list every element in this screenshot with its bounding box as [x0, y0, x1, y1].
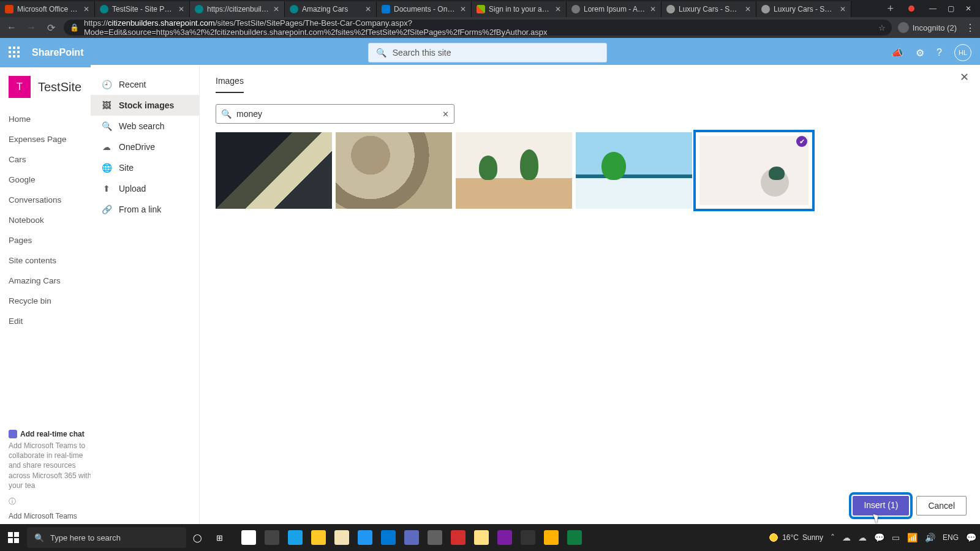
cortana-circle-icon[interactable]: ◯	[186, 533, 208, 542]
close-tab-icon[interactable]: ✕	[840, 5, 846, 13]
suite-bar: SharePoint 🔍 Search this site 📣 ⚙ ? HL	[0, 38, 980, 67]
info-icon[interactable]: ⓘ	[9, 497, 94, 507]
language-indicator[interactable]: ENG	[943, 533, 959, 542]
source-stock-images[interactable]: 🖼Stock images	[91, 95, 199, 116]
minimize-button[interactable]: —	[929, 4, 937, 13]
browser-tab[interactable]: Amazing Cars✕	[285, 1, 377, 17]
incognito-badge[interactable]: Incognito (2)	[898, 22, 957, 33]
url-input[interactable]: 🔒 https://citizenbuilders.sharepoint.com…	[64, 20, 892, 36]
cancel-button[interactable]: Cancel	[916, 496, 967, 515]
close-icon[interactable]: ✕	[960, 70, 969, 84]
settings-icon[interactable]: ⚙	[916, 47, 924, 59]
taskbar-app-task-view[interactable]	[238, 527, 260, 549]
clear-search-icon[interactable]: ✕	[442, 110, 449, 119]
insert-button[interactable]: Insert (1)	[853, 496, 909, 515]
browser-tab[interactable]: TestSite - Site Pages -✕	[95, 1, 190, 17]
stock-image-result-selected[interactable]	[696, 132, 812, 209]
taskbar-app-edge[interactable]	[284, 527, 306, 549]
taskbar-app-app-red[interactable]	[447, 527, 469, 549]
site-nav-link[interactable]: Pages	[9, 230, 89, 250]
site-nav-link[interactable]: Edit	[9, 311, 89, 331]
account-avatar[interactable]: HL	[954, 44, 971, 61]
site-nav-link[interactable]: Site contents	[9, 250, 89, 271]
site-nav-link[interactable]: Expenses Page	[9, 129, 89, 149]
picker-tab-images[interactable]: Images	[216, 76, 244, 93]
taskbar-app-store[interactable]	[331, 527, 353, 549]
site-nav-link[interactable]: Home	[9, 109, 89, 129]
site-nav-link[interactable]: Notebook	[9, 210, 89, 230]
browser-tab[interactable]: Luxury Cars - Sedans,✕	[662, 1, 756, 17]
close-tab-icon[interactable]: ✕	[365, 5, 371, 13]
taskbar-app-excel[interactable]	[564, 527, 586, 549]
battery-icon[interactable]: ▭	[892, 533, 900, 542]
site-nav-link[interactable]: Cars	[9, 149, 89, 170]
site-logo[interactable]: T	[9, 76, 31, 98]
app-icon	[544, 530, 559, 545]
stock-image-result[interactable]	[576, 132, 692, 209]
browser-tab[interactable]: Luxury Cars - Sedans,✕	[756, 1, 851, 17]
close-tab-icon[interactable]: ✕	[83, 5, 89, 13]
bookmark-icon[interactable]: ☆	[878, 23, 886, 32]
source-site[interactable]: 🌐Site	[91, 157, 199, 178]
site-nav-link[interactable]: Amazing Cars	[9, 271, 89, 291]
browser-tab[interactable]: Microsoft Office Home✕	[0, 1, 95, 17]
browser-tab[interactable]: Sign in to your accoun✕	[472, 1, 567, 17]
task-view-icon[interactable]: ⊞	[208, 533, 230, 542]
source-onedrive[interactable]: ☁OneDrive	[91, 137, 199, 157]
close-tab-icon[interactable]: ✕	[460, 5, 466, 13]
add-teams-link[interactable]: Add Microsoft Teams	[9, 512, 94, 520]
source-recent[interactable]: 🕘Recent	[91, 74, 199, 95]
browser-tab[interactable]: Lorem Ipsum - All the✕	[567, 1, 662, 17]
new-tab-button[interactable]: +	[881, 2, 900, 15]
start-button[interactable]	[0, 524, 27, 551]
close-window-button[interactable]: ✕	[965, 4, 971, 13]
close-tab-icon[interactable]: ✕	[650, 5, 656, 13]
taskbar-app-app-grey[interactable]	[424, 527, 446, 549]
onedrive-tray-icon[interactable]: ☁	[842, 533, 851, 542]
forward-button[interactable]: →	[24, 22, 38, 33]
site-nav-link[interactable]: Conversations	[9, 190, 89, 210]
source-from-a-link[interactable]: 🔗From a link	[91, 199, 199, 220]
stock-image-result[interactable]	[216, 132, 332, 209]
stock-image-result[interactable]	[456, 132, 572, 209]
taskbar-app-app-blue[interactable]	[401, 527, 423, 549]
browser-tab[interactable]: Documents - OneDriv✕	[377, 1, 472, 17]
app-launcher-icon[interactable]	[9, 47, 21, 59]
taskbar-app-app-l[interactable]	[354, 527, 376, 549]
taskbar-app-cortana[interactable]	[261, 527, 283, 549]
chevron-up-icon[interactable]: ˄	[831, 533, 835, 542]
taskbar-search-input[interactable]: 🔍 Type here to search	[27, 527, 186, 548]
site-nav-link[interactable]: Google	[9, 170, 89, 190]
browser-tab[interactable]: https://citizenbuilders✕	[190, 1, 285, 17]
maximize-button[interactable]: ▢	[948, 4, 954, 13]
stock-image-result[interactable]	[336, 132, 452, 209]
image-search-input[interactable]: 🔍 money ✕	[216, 104, 454, 124]
taskbar-app-file-explorer[interactable]	[307, 527, 330, 549]
taskbar-app-chrome[interactable]	[470, 527, 492, 549]
back-button[interactable]: ←	[5, 22, 18, 33]
source-upload[interactable]: ⬆Upload	[91, 178, 199, 199]
onedrive-tray-icon[interactable]: ☁	[858, 533, 867, 542]
incognito-icon	[898, 22, 909, 33]
taskbar-app-onenote[interactable]	[494, 527, 516, 549]
reload-button[interactable]: ⟳	[44, 22, 58, 34]
favicon-icon	[761, 5, 770, 13]
weather-widget[interactable]: 16°C Sunny	[769, 533, 823, 542]
taskbar-app-app-folder[interactable]	[540, 527, 562, 549]
browser-menu-button[interactable]: ⋮	[965, 22, 975, 34]
volume-icon[interactable]: 🔊	[925, 533, 935, 542]
site-search-input[interactable]: 🔍 Search this site	[368, 43, 607, 62]
meet-now-icon[interactable]: 💬	[874, 533, 884, 542]
close-tab-icon[interactable]: ✕	[273, 5, 279, 13]
close-tab-icon[interactable]: ✕	[745, 5, 751, 13]
notifications-icon[interactable]: 💬	[966, 533, 976, 542]
site-nav-link[interactable]: Recycle bin	[9, 291, 89, 311]
source-web-search[interactable]: 🔍Web search	[91, 116, 199, 137]
wifi-icon[interactable]: 📶	[907, 533, 918, 542]
close-tab-icon[interactable]: ✕	[555, 5, 561, 13]
taskbar-app-obs[interactable]	[517, 527, 539, 549]
help-icon[interactable]: ?	[937, 47, 942, 58]
megaphone-icon[interactable]: 📣	[891, 47, 903, 59]
close-tab-icon[interactable]: ✕	[178, 5, 184, 13]
taskbar-app-mail[interactable]	[377, 527, 399, 549]
